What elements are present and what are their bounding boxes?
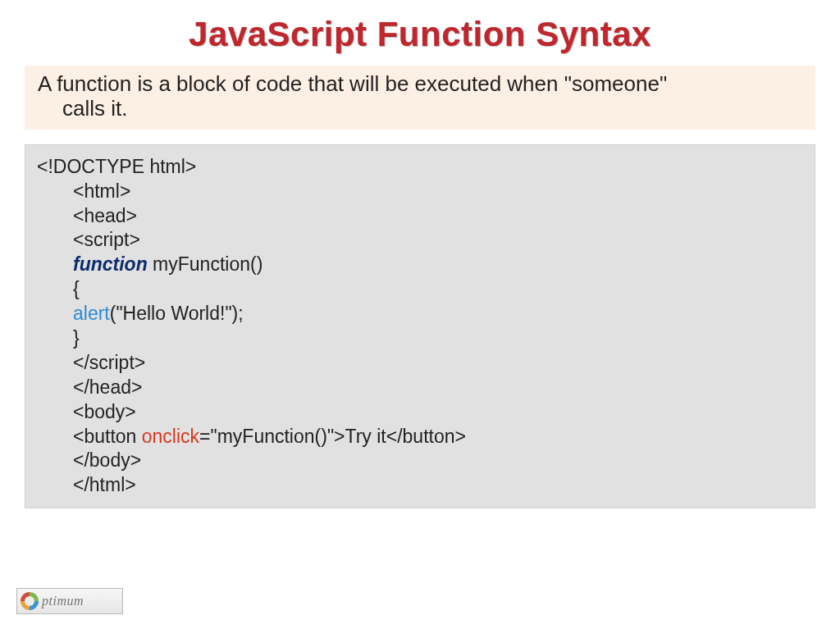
code-line: <!DOCTYPE html> xyxy=(37,155,803,180)
description-line1: A function is a block of code that will … xyxy=(33,72,807,97)
code-line: <button onclick="myFunction()">Try it</b… xyxy=(37,425,803,449)
code-line: </html> xyxy=(37,473,803,498)
description-box: A function is a block of code that will … xyxy=(25,66,815,130)
code-line: <body> xyxy=(37,400,803,425)
code-block: <!DOCTYPE html> <html> <head> <script> f… xyxy=(25,144,815,508)
code-line: <head> xyxy=(37,204,803,229)
code-line: } xyxy=(37,326,803,351)
description-line2: calls it. xyxy=(33,97,807,121)
code-line: </head> xyxy=(37,376,803,400)
logo-text: ptimum xyxy=(42,594,84,608)
code-line: <html> xyxy=(37,180,803,204)
code-line: alert("Hello World!"); xyxy=(37,302,803,326)
code-line: </script> xyxy=(37,351,803,376)
code-line: </body> xyxy=(37,449,803,473)
code-line: { xyxy=(37,277,803,302)
slide: JavaScript Function Syntax A function is… xyxy=(0,0,840,629)
code-line: function myFunction() xyxy=(37,253,803,277)
slide-title: JavaScript Function Syntax xyxy=(25,15,815,54)
code-line: <script> xyxy=(37,228,803,253)
optimum-logo: ptimum xyxy=(16,588,123,614)
logo-ring-icon xyxy=(21,592,39,610)
